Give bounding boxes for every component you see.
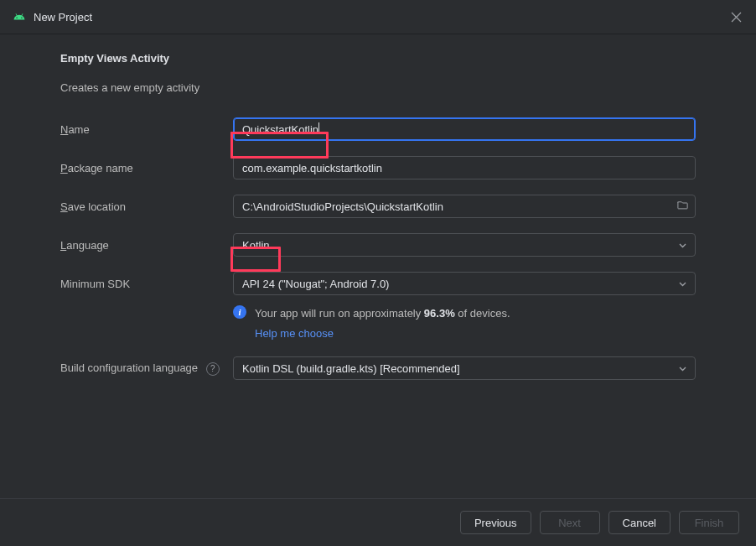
build-config-value: Kotlin DSL (build.gradle.kts) [Recommend…	[242, 362, 460, 375]
save-location-row: Save location	[60, 195, 696, 218]
next-button: Next	[540, 511, 600, 534]
android-icon	[13, 11, 25, 23]
minimum-sdk-row: Minimum SDK API 24 ("Nougat"; Android 7.…	[60, 272, 696, 295]
language-label: Language	[60, 239, 233, 252]
previous-button[interactable]: Previous	[460, 511, 531, 534]
chevron-down-icon	[679, 279, 686, 289]
cancel-button[interactable]: Cancel	[608, 511, 671, 534]
language-row: Language Kotlin	[60, 233, 696, 257]
save-location-input[interactable]	[233, 195, 696, 218]
info-icon: i	[233, 305, 246, 319]
device-info-text: Your app will run on approximately 96.3%…	[255, 305, 510, 341]
minimum-sdk-label: Minimum SDK	[60, 278, 233, 290]
finish-button: Finish	[679, 511, 739, 534]
build-config-label: Build configuration language ?	[60, 361, 233, 376]
build-config-row: Build configuration language ? Kotlin DS…	[60, 356, 696, 380]
help-me-choose-link[interactable]: Help me choose	[255, 325, 510, 342]
name-input[interactable]: QuickstartKotlin	[233, 117, 696, 141]
language-select[interactable]: Kotlin	[233, 233, 696, 257]
build-config-select[interactable]: Kotlin DSL (build.gradle.kts) [Recommend…	[233, 356, 696, 380]
chevron-down-icon	[679, 364, 686, 373]
name-row: Name QuickstartKotlin	[60, 117, 696, 141]
dialog-content: Empty Views Activity Creates a new empty…	[60, 52, 696, 395]
window-title: New Project	[34, 11, 729, 23]
titlebar: New Project	[0, 0, 756, 34]
save-location-label: Save location	[60, 200, 233, 213]
name-label: Name	[60, 123, 233, 136]
device-info: i Your app will run on approximately 96.…	[233, 305, 696, 341]
close-icon[interactable]	[729, 10, 743, 23]
minimum-sdk-value: API 24 ("Nougat"; Android 7.0)	[242, 278, 389, 290]
page-heading: Empty Views Activity	[60, 52, 696, 65]
chevron-down-icon	[679, 241, 686, 250]
help-icon[interactable]: ?	[206, 362, 220, 376]
text-cursor	[318, 122, 319, 134]
dialog-footer: Previous Next Cancel Finish	[0, 498, 756, 546]
new-project-dialog: New Project Empty Views Activity Creates…	[0, 0, 756, 546]
page-subheading: Creates a new empty activity	[60, 81, 696, 94]
minimum-sdk-select[interactable]: API 24 ("Nougat"; Android 7.0)	[233, 272, 696, 295]
package-row: Package name	[60, 156, 696, 179]
language-value: Kotlin	[242, 239, 270, 252]
package-label: Package name	[60, 162, 233, 174]
package-input[interactable]	[233, 156, 696, 179]
